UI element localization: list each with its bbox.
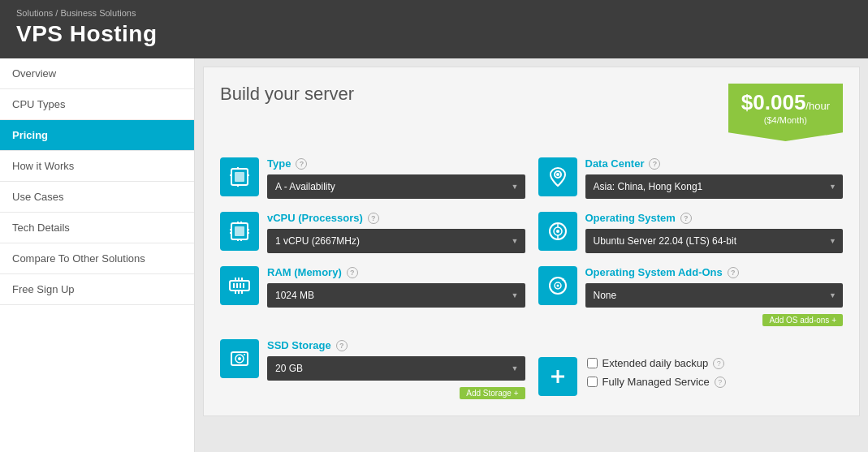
ssd-help-icon[interactable]: ?: [336, 340, 348, 351]
datacenter-body: Data Center ? Asia: China, Hong Kong1: [585, 157, 844, 199]
managed-help-icon[interactable]: ?: [715, 377, 726, 388]
svg-text:+: +: [562, 277, 566, 284]
extended-backup-label: Extended daily backup: [602, 357, 709, 369]
vcpu-help-icon[interactable]: ?: [368, 213, 379, 224]
sidebar-item-compare[interactable]: Compare To Other Solutions: [0, 243, 194, 274]
ssd-section: SSD Storage ? 20 GB Add Storage +: [220, 339, 525, 399]
svg-rect-11: [247, 229, 249, 230]
datacenter-select[interactable]: Asia: China, Hong Kong1: [585, 174, 844, 199]
svg-rect-28: [235, 278, 236, 281]
ssd-row: SSD Storage ? 20 GB Add Storage +: [220, 339, 525, 399]
os-help-icon[interactable]: ?: [680, 213, 692, 224]
build-panel-header: Build your server $0.005/hour ($4/Month): [220, 84, 843, 141]
type-help-icon[interactable]: ?: [296, 158, 307, 170]
os-addons-select-wrapper: None: [585, 283, 844, 308]
vcpu-row: vCPU (Processors) ? 1 vCPU (2667MHz): [220, 212, 525, 253]
sidebar-item-use-cases[interactable]: Use Cases: [0, 182, 194, 213]
svg-rect-25: [236, 283, 238, 288]
vcpu-label: vCPU (Processors) ?: [267, 212, 525, 224]
price-display: $0.005/hour: [741, 90, 830, 115]
svg-rect-15: [240, 239, 242, 241]
svg-rect-3: [247, 174, 249, 176]
ssd-body: SSD Storage ? 20 GB Add Storage +: [267, 339, 525, 399]
os-row: Operating System ? Ubuntu Server 22.04 (…: [538, 212, 844, 253]
os-addons-row: + Operating System Add-Ons ? None: [538, 266, 844, 326]
svg-rect-26: [240, 283, 241, 288]
ssd-select-wrapper: 20 GB: [267, 356, 525, 381]
svg-rect-4: [237, 167, 239, 170]
svg-point-7: [556, 173, 559, 176]
ram-section: RAM (Memory) ? 1024 MB: [220, 266, 525, 326]
svg-rect-17: [247, 232, 249, 234]
vcpu-body: vCPU (Processors) ? 1 vCPU (2667MHz): [267, 212, 525, 253]
svg-rect-5: [237, 184, 239, 187]
extended-backup-checkbox[interactable]: [587, 358, 598, 368]
datacenter-help-icon[interactable]: ?: [649, 158, 660, 170]
breadcrumb-business-solutions: Business Solutions: [60, 8, 136, 18]
svg-rect-30: [241, 278, 243, 281]
ram-label: RAM (Memory) ?: [267, 266, 525, 278]
ssd-select[interactable]: 20 GB: [267, 356, 525, 381]
os-addons-icon: +: [538, 266, 577, 305]
os-body: Operating System ? Ubuntu Server 22.04 (…: [585, 212, 844, 253]
sidebar-item-tech-details[interactable]: Tech Details: [0, 213, 194, 243]
os-select-wrapper: Ubuntu Server 22.04 (LTS) 64-bit: [585, 229, 844, 253]
ram-icon: [220, 266, 259, 305]
vcpu-select[interactable]: 1 vCPU (2667MHz): [267, 229, 525, 253]
ram-row: RAM (Memory) ? 1024 MB: [220, 266, 525, 308]
svg-rect-9: [235, 226, 244, 236]
page-title: VPS Hosting: [16, 21, 852, 47]
price-unit: /hour: [805, 100, 830, 112]
add-button[interactable]: [538, 357, 577, 396]
add-os-addons-link[interactable]: Add OS add-ons +: [762, 314, 843, 326]
breadcrumb: Solutions / Business Solutions: [16, 8, 852, 18]
svg-rect-2: [230, 174, 232, 176]
svg-rect-10: [230, 229, 232, 230]
ram-select-wrapper: 1024 MB: [267, 283, 525, 308]
ram-help-icon[interactable]: ?: [347, 267, 358, 278]
build-title: Build your server: [220, 84, 354, 105]
main-layout: Overview CPU Types Pricing How it Works …: [0, 58, 868, 452]
extra-options-section: Extended daily backup ? Fully Managed Se…: [538, 339, 844, 399]
os-addons-help-icon[interactable]: ?: [728, 267, 739, 278]
os-addons-body: Operating System Add-Ons ? None Add OS a…: [585, 266, 844, 326]
os-addons-label: Operating System Add-Ons ?: [585, 266, 844, 278]
os-addons-select[interactable]: None: [585, 283, 844, 308]
ram-select[interactable]: 1024 MB: [267, 283, 525, 308]
type-select[interactable]: A - Availability: [267, 174, 525, 199]
type-body: Type ? A - Availability: [267, 157, 525, 199]
datacenter-icon: [538, 157, 577, 196]
svg-rect-13: [237, 239, 239, 241]
os-section: Operating System ? Ubuntu Server 22.04 (…: [538, 212, 844, 253]
type-section: Type ? A - Availability: [220, 157, 525, 199]
svg-rect-32: [238, 291, 240, 294]
add-storage-link[interactable]: Add Storage +: [460, 387, 525, 399]
fully-managed-checkbox[interactable]: [587, 377, 598, 387]
datacenter-section: Data Center ? Asia: China, Hong Kong1: [538, 157, 844, 199]
backup-help-icon[interactable]: ?: [713, 358, 724, 369]
svg-rect-16: [230, 232, 232, 234]
sidebar-item-free-signup[interactable]: Free Sign Up: [0, 274, 194, 305]
price-badge: $0.005/hour ($4/Month): [728, 84, 843, 141]
sidebar-item-cpu-types[interactable]: CPU Types: [0, 89, 194, 120]
price-monthly: ($4/Month): [741, 115, 830, 125]
page-header: Solutions / Business Solutions VPS Hosti…: [0, 0, 868, 58]
sidebar-item-pricing[interactable]: Pricing: [0, 120, 194, 151]
svg-point-40: [238, 357, 241, 360]
type-icon: [220, 157, 259, 196]
checkbox-list: Extended daily backup ? Fully Managed Se…: [587, 357, 726, 388]
fully-managed-label: Fully Managed Service: [602, 376, 710, 388]
svg-rect-12: [237, 222, 239, 224]
svg-rect-24: [233, 283, 235, 288]
sidebar-item-overview[interactable]: Overview: [0, 58, 194, 89]
datacenter-label: Data Center ?: [585, 157, 844, 170]
datacenter-row: Data Center ? Asia: China, Hong Kong1: [538, 157, 844, 199]
vcpu-icon: [220, 212, 259, 251]
ssd-label: SSD Storage ?: [267, 339, 525, 351]
sidebar-item-how-it-works[interactable]: How it Works: [0, 151, 194, 182]
type-label: Type ?: [267, 157, 525, 170]
os-select[interactable]: Ubuntu Server 22.04 (LTS) 64-bit: [585, 229, 844, 253]
svg-rect-14: [240, 222, 242, 224]
build-panel: Build your server $0.005/hour ($4/Month): [203, 67, 860, 416]
sidebar: Overview CPU Types Pricing How it Works …: [0, 58, 195, 452]
